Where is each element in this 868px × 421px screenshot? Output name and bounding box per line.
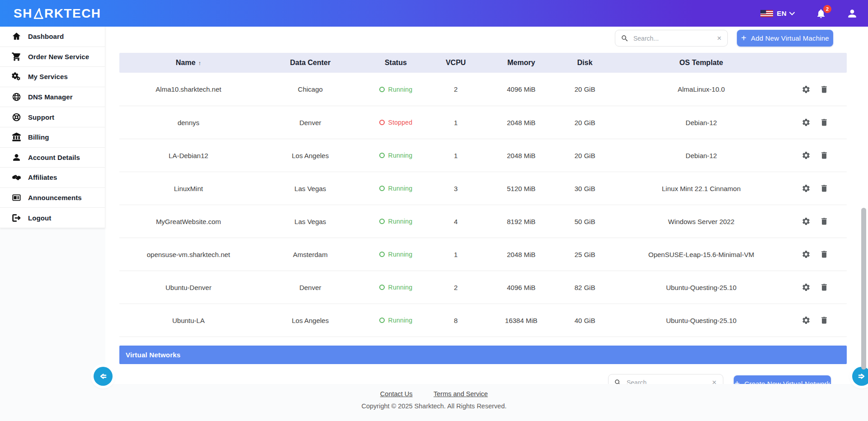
vm-name-cell: Ubuntu-LA xyxy=(119,317,258,324)
sidebar-item-dns-manager[interactable]: DNS Manager xyxy=(0,87,105,108)
status-ring-icon xyxy=(379,318,385,323)
settings-gear-icon[interactable] xyxy=(802,283,811,292)
create-network-button-label: Create New Virtual Network xyxy=(744,380,830,384)
vm-memory-cell: 2048 MiB xyxy=(483,251,559,258)
brand-logo[interactable]: SHRKTECH xyxy=(14,6,101,21)
clear-search-icon[interactable]: × xyxy=(710,378,718,384)
clear-search-icon[interactable]: × xyxy=(715,33,723,43)
sidebar-item-logout[interactable]: Logout xyxy=(0,208,105,228)
chevron-down-icon[interactable] xyxy=(789,12,795,15)
create-virtual-network-button[interactable]: + Create New Virtual Network xyxy=(734,375,831,384)
table-header-row: Name ↑ Data Center Status VCPU Memory Di… xyxy=(119,53,847,73)
sidebar-item-affiliates[interactable]: Affiliates xyxy=(0,168,105,188)
status-ring-icon xyxy=(379,87,385,92)
column-header-name[interactable]: Name ↑ xyxy=(119,59,258,67)
column-header-os-template[interactable]: OS Template xyxy=(610,59,792,67)
gears-icon xyxy=(12,72,21,81)
vm-name-cell: opensuse-vm.sharktech.net xyxy=(119,251,258,258)
sidebar-item-label: My Services xyxy=(28,73,68,80)
delete-trash-icon[interactable] xyxy=(820,151,829,160)
sidebar-item-billing[interactable]: Billing xyxy=(0,127,105,148)
search-icon xyxy=(614,379,622,384)
collapse-sidebar-button[interactable] xyxy=(94,367,113,386)
table-row: LA-Debian12 Los Angeles Running 1 2048 M… xyxy=(119,139,847,172)
delete-trash-icon[interactable] xyxy=(820,118,829,127)
status-ring-icon xyxy=(379,219,385,224)
vm-disk-cell: 20 GiB xyxy=(559,119,610,126)
sidebar-item-dashboard[interactable]: Dashboard xyxy=(0,27,105,47)
sidebar-item-account-details[interactable]: Account Details xyxy=(0,148,105,168)
shark-fin-icon xyxy=(33,8,44,19)
sort-ascending-icon: ↑ xyxy=(198,60,201,66)
column-header-vcpu[interactable]: VCPU xyxy=(429,59,483,67)
bank-icon xyxy=(12,132,21,142)
vm-disk-cell: 30 GiB xyxy=(559,185,610,192)
settings-gear-icon[interactable] xyxy=(802,316,811,325)
delete-trash-icon[interactable] xyxy=(820,85,829,94)
vm-search-input[interactable] xyxy=(633,35,715,42)
vm-status-cell: Running xyxy=(363,152,429,159)
sidebar-item-label: DNS Manager xyxy=(28,93,73,101)
delete-trash-icon[interactable] xyxy=(820,217,829,226)
vertical-scrollbar-thumb[interactable] xyxy=(861,208,866,370)
cart-icon xyxy=(12,52,21,61)
account-menu-button[interactable] xyxy=(846,8,858,19)
sidebar-item-label: Dashboard xyxy=(28,33,64,40)
status-label: Running xyxy=(388,317,413,324)
vm-os-template-cell: Linux Mint 22.1 Cinnamon xyxy=(610,185,792,192)
terms-link[interactable]: Terms and Service xyxy=(434,390,488,398)
add-virtual-machine-button[interactable]: + Add New Virtual Machine xyxy=(737,30,833,47)
status-ring-icon xyxy=(379,285,385,290)
sidebar-item-support[interactable]: Support xyxy=(0,107,105,127)
settings-gear-icon[interactable] xyxy=(802,85,811,94)
notifications-button[interactable]: 2 xyxy=(816,8,826,19)
delete-trash-icon[interactable] xyxy=(820,316,829,325)
page-footer: Contact Us Terms and Service Copyright ©… xyxy=(0,384,868,421)
settings-gear-icon[interactable] xyxy=(802,217,811,226)
vm-os-template-cell: AlmaLinux-10.0 xyxy=(610,85,792,93)
settings-gear-icon[interactable] xyxy=(802,118,811,127)
status-ring-icon xyxy=(379,120,385,125)
vm-actions-cell xyxy=(792,151,847,160)
table-body: Alma10.sharktech.net Chicago Running 2 4… xyxy=(119,73,847,337)
status-label: Running xyxy=(388,152,413,159)
home-icon xyxy=(12,32,21,41)
delete-trash-icon[interactable] xyxy=(820,250,829,259)
column-header-disk[interactable]: Disk xyxy=(559,59,610,67)
delete-trash-icon[interactable] xyxy=(820,184,829,193)
settings-gear-icon[interactable] xyxy=(802,184,811,193)
settings-gear-icon[interactable] xyxy=(802,250,811,259)
us-flag-icon xyxy=(760,10,773,17)
vm-vcpu-cell: 2 xyxy=(429,284,483,291)
column-header-status[interactable]: Status xyxy=(363,59,429,67)
status-label: Running xyxy=(388,284,413,291)
sidebar-item-label: Logout xyxy=(28,214,51,222)
expand-panel-button[interactable] xyxy=(852,367,868,386)
vm-memory-cell: 5120 MiB xyxy=(483,185,559,192)
vm-vcpu-cell: 1 xyxy=(429,251,483,258)
logout-icon xyxy=(12,213,21,223)
vm-actions-cell xyxy=(792,283,847,292)
plus-icon: + xyxy=(735,379,740,384)
delete-trash-icon[interactable] xyxy=(820,283,829,292)
contact-us-link[interactable]: Contact Us xyxy=(380,390,413,398)
column-header-data-center[interactable]: Data Center xyxy=(258,59,363,67)
table-row: Ubuntu-LA Los Angeles Running 8 16384 Mi… xyxy=(119,304,847,337)
vm-datacenter-cell: Las Vegas xyxy=(258,218,363,225)
vm-datacenter-cell: Amsterdam xyxy=(258,251,363,258)
sidebar-item-announcements[interactable]: Announcements xyxy=(0,188,105,208)
sidebar-item-my-services[interactable]: My Services xyxy=(0,67,105,87)
vm-status-cell: Running xyxy=(363,218,429,225)
status-ring-icon xyxy=(379,186,385,191)
table-row: Ubuntu-Denver Denver Running 2 4096 MiB … xyxy=(119,271,847,304)
language-selector-label[interactable]: EN xyxy=(777,9,787,17)
sidebar-item-label: Support xyxy=(28,113,54,121)
network-search-input[interactable] xyxy=(627,379,710,384)
vm-name-cell: LA-Debian12 xyxy=(119,152,258,159)
vm-disk-cell: 25 GiB xyxy=(559,251,610,258)
table-row: LinuxMint Las Vegas Running 3 5120 MiB 3… xyxy=(119,172,847,205)
column-header-memory[interactable]: Memory xyxy=(483,59,559,67)
settings-gear-icon[interactable] xyxy=(802,151,811,160)
plus-icon: + xyxy=(741,33,746,42)
sidebar-item-order-new-service[interactable]: Order New Service xyxy=(0,47,105,67)
